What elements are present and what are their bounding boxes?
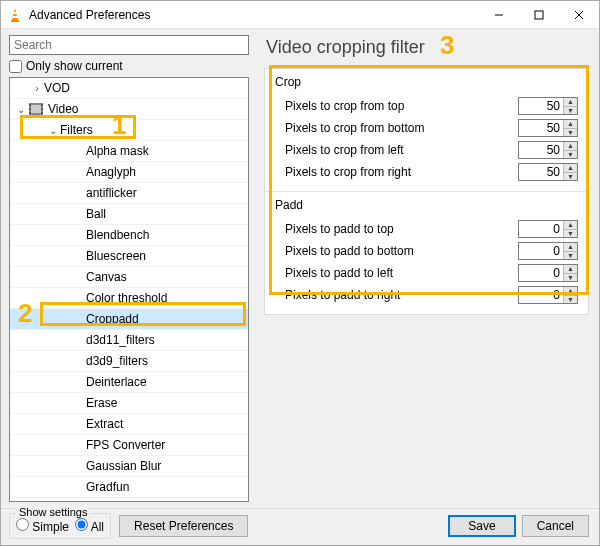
- tree-node-label: Gaussian Blur: [86, 459, 161, 473]
- only-show-current-row[interactable]: Only show current: [9, 59, 256, 73]
- svg-rect-3: [13, 16, 18, 18]
- spin-up-icon[interactable]: ▲: [564, 142, 577, 151]
- group-title: Crop: [275, 75, 578, 89]
- svg-rect-9: [31, 105, 41, 113]
- tree-node-label: Blendbench: [86, 228, 149, 242]
- tree-item-ball[interactable]: Ball: [10, 204, 248, 225]
- field-row: Pixels to padd to top0▲▼: [275, 218, 578, 240]
- spin-down-icon[interactable]: ▼: [564, 274, 577, 282]
- tree-pane: Only show current ›VOD⌄Video⌄FiltersAlph…: [1, 29, 256, 508]
- save-button[interactable]: Save: [448, 515, 515, 537]
- spinbox[interactable]: 50▲▼: [518, 97, 578, 115]
- svg-rect-12: [29, 112, 31, 114]
- search-input[interactable]: [9, 35, 249, 55]
- spinbox-value[interactable]: 50: [519, 98, 563, 114]
- maximize-button[interactable]: [519, 1, 559, 29]
- spin-up-icon[interactable]: ▲: [564, 164, 577, 173]
- spinbox[interactable]: 0▲▼: [518, 220, 578, 238]
- tree-item-deinterlace[interactable]: Deinterlace: [10, 372, 248, 393]
- spin-up-icon[interactable]: ▲: [564, 287, 577, 296]
- tree-item-fps-converter[interactable]: FPS Converter: [10, 435, 248, 456]
- tree-item-alpha-mask[interactable]: Alpha mask: [10, 141, 248, 162]
- spin-down-icon[interactable]: ▼: [564, 173, 577, 181]
- close-button[interactable]: [559, 1, 599, 29]
- footer: Show settings Simple All Reset Preferenc…: [1, 508, 599, 545]
- cancel-button[interactable]: Cancel: [522, 515, 589, 537]
- expand-arrow-icon: ⌄: [14, 104, 28, 115]
- spin-down-icon[interactable]: ▼: [564, 230, 577, 238]
- preferences-tree[interactable]: ›VOD⌄Video⌄FiltersAlpha maskAnaglyphanti…: [9, 77, 249, 502]
- settings-panel: Video cropping filter CropPixels to crop…: [256, 29, 599, 508]
- tree-item-video[interactable]: ⌄Video: [10, 99, 248, 120]
- svg-rect-13: [41, 104, 43, 106]
- tree-node-label: Anaglyph: [86, 165, 136, 179]
- field-row: Pixels to padd to bottom0▲▼: [275, 240, 578, 262]
- spin-down-icon[interactable]: ▼: [564, 107, 577, 115]
- tree-item-blendbench[interactable]: Blendbench: [10, 225, 248, 246]
- tree-item-vod[interactable]: ›VOD: [10, 78, 248, 99]
- spin-up-icon[interactable]: ▲: [564, 98, 577, 107]
- tree-node-label: Color threshold: [86, 291, 167, 305]
- spinbox[interactable]: 0▲▼: [518, 242, 578, 260]
- window-title: Advanced Preferences: [29, 8, 479, 22]
- spin-down-icon[interactable]: ▼: [564, 129, 577, 137]
- only-show-current-checkbox[interactable]: [9, 60, 22, 73]
- spinbox-value[interactable]: 0: [519, 243, 563, 259]
- tree-node-label: Gradient: [86, 501, 132, 502]
- spinbox[interactable]: 50▲▼: [518, 141, 578, 159]
- tree-item-croppadd[interactable]: Croppadd: [10, 309, 248, 330]
- spinbox-value[interactable]: 0: [519, 221, 563, 237]
- show-settings-label: Show settings: [16, 506, 90, 518]
- simple-radio-row[interactable]: Simple: [16, 518, 69, 534]
- spinbox-value[interactable]: 0: [519, 287, 563, 303]
- spin-down-icon[interactable]: ▼: [564, 252, 577, 260]
- tree-item-d3d11-filters[interactable]: d3d11_filters: [10, 330, 248, 351]
- spinbox[interactable]: 0▲▼: [518, 286, 578, 304]
- spinbox[interactable]: 50▲▼: [518, 163, 578, 181]
- spinbox-value[interactable]: 0: [519, 265, 563, 281]
- tree-item-canvas[interactable]: Canvas: [10, 267, 248, 288]
- tree-item-erase[interactable]: Erase: [10, 393, 248, 414]
- field-label: Pixels to crop from left: [275, 143, 518, 157]
- spin-down-icon[interactable]: ▼: [564, 151, 577, 159]
- svg-rect-2: [13, 12, 17, 14]
- field-row: Pixels to padd to right0▲▼: [275, 284, 578, 306]
- spinbox-value[interactable]: 50: [519, 164, 563, 180]
- spin-up-icon[interactable]: ▲: [564, 120, 577, 129]
- tree-item-extract[interactable]: Extract: [10, 414, 248, 435]
- field-row: Pixels to padd to left0▲▼: [275, 262, 578, 284]
- tree-node-label: Croppadd: [86, 312, 139, 326]
- spin-up-icon[interactable]: ▲: [564, 221, 577, 230]
- all-radio-row[interactable]: All: [75, 518, 104, 534]
- tree-item-gaussian-blur[interactable]: Gaussian Blur: [10, 456, 248, 477]
- svg-rect-10: [29, 104, 31, 106]
- field-row: Pixels to crop from right50▲▼: [275, 161, 578, 183]
- spinbox-value[interactable]: 50: [519, 142, 563, 158]
- tree-item-gradient[interactable]: Gradient: [10, 498, 248, 502]
- tree-node-label: Filters: [60, 123, 93, 137]
- field-label: Pixels to crop from bottom: [275, 121, 518, 135]
- spin-down-icon[interactable]: ▼: [564, 296, 577, 304]
- panel-title: Video cropping filter: [266, 37, 589, 58]
- spin-up-icon[interactable]: ▲: [564, 265, 577, 274]
- tree-item-d3d9-filters[interactable]: d3d9_filters: [10, 351, 248, 372]
- tree-node-label: d3d11_filters: [86, 333, 155, 347]
- tree-item-filters[interactable]: ⌄Filters: [10, 120, 248, 141]
- expand-arrow-icon: ›: [30, 83, 44, 94]
- minimize-button[interactable]: [479, 1, 519, 29]
- field-label: Pixels to crop from right: [275, 165, 518, 179]
- field-label: Pixels to padd to right: [275, 288, 518, 302]
- reset-preferences-button[interactable]: Reset Preferences: [119, 515, 248, 537]
- spinbox-value[interactable]: 50: [519, 120, 563, 136]
- tree-item-gradfun[interactable]: Gradfun: [10, 477, 248, 498]
- tree-item-anaglyph[interactable]: Anaglyph: [10, 162, 248, 183]
- spin-up-icon[interactable]: ▲: [564, 243, 577, 252]
- spinbox[interactable]: 50▲▼: [518, 119, 578, 137]
- spinbox[interactable]: 0▲▼: [518, 264, 578, 282]
- tree-item-antiflicker[interactable]: antiflicker: [10, 183, 248, 204]
- tree-item-color-threshold[interactable]: Color threshold: [10, 288, 248, 309]
- all-radio[interactable]: [75, 518, 88, 531]
- tree-item-bluescreen[interactable]: Bluescreen: [10, 246, 248, 267]
- preferences-window: Advanced Preferences Only show current ›…: [0, 0, 600, 546]
- simple-radio[interactable]: [16, 518, 29, 531]
